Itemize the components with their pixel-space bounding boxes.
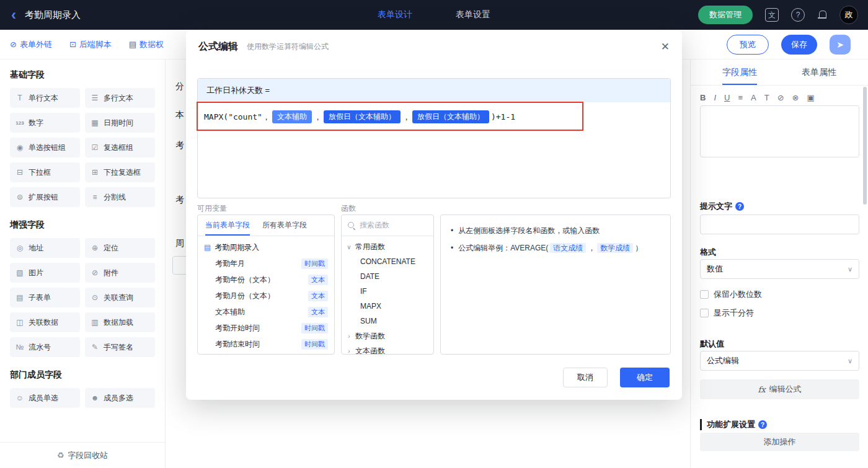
underline-icon[interactable]: U: [724, 93, 730, 102]
function-item[interactable]: MAPX: [347, 299, 428, 314]
share-button[interactable]: ➤: [830, 35, 851, 55]
edit-formula-button[interactable]: fx 编辑公式: [700, 379, 859, 399]
select-value: 公式编辑: [707, 355, 739, 366]
function-group-math[interactable]: › 数学函数: [347, 329, 428, 343]
function-search[interactable]: 搜索函数: [342, 215, 433, 236]
field-type-button[interactable]: ◎地址: [10, 238, 80, 258]
link-label: 表单外链: [20, 39, 52, 50]
toolbar-links: ⊘ 表单外链 ⊡ 后端脚本 ▤ 数据权: [10, 39, 164, 50]
field-type-button[interactable]: ⊘附件: [85, 263, 155, 283]
field-type-button[interactable]: ☑复选框组: [85, 138, 155, 157]
field-type-button[interactable]: ⊟下拉框: [10, 162, 80, 182]
confirm-button[interactable]: 确定: [620, 368, 670, 387]
field-type-button[interactable]: 123数字: [10, 113, 80, 133]
panel-scrollbar[interactable]: [863, 87, 867, 205]
field-type-button[interactable]: ⊜扩展按钮: [10, 187, 80, 207]
field-type-button[interactable]: ⊙关联查询: [85, 288, 155, 307]
function-item[interactable]: CONCATENATE: [347, 254, 428, 269]
variable-item[interactable]: 考勤月份（文本）文本: [204, 288, 328, 304]
field-type-button[interactable]: ◉单选按钮组: [10, 138, 80, 157]
function-group-common[interactable]: ∨ 常用函数: [347, 239, 428, 254]
variable-item[interactable]: 考勤结束时间时间戳: [204, 336, 328, 352]
topbar-tabs: 表单设计 表单设置: [378, 0, 490, 30]
field-type-button[interactable]: ▧图片: [10, 263, 80, 283]
variable-label: 考勤年份（文本）: [215, 275, 275, 285]
default-value-select[interactable]: 公式编辑 ∨: [700, 351, 859, 371]
variable-label: 考勤开始时间: [215, 323, 260, 333]
variables-tabs: 当前表单字段 所有表单字段: [198, 215, 334, 236]
help-circle-icon[interactable]: ?: [758, 420, 767, 429]
field-type-button[interactable]: ◫关联数据: [10, 312, 80, 332]
insert-image-icon[interactable]: ▣: [807, 93, 814, 102]
font-size-icon[interactable]: T: [764, 93, 769, 102]
type-badge: 时间戳: [301, 323, 328, 333]
hint-text-input[interactable]: [700, 214, 859, 234]
field-type-button[interactable]: T单行文本: [10, 88, 80, 108]
variable-item[interactable]: 考勤年份（文本）文本: [204, 272, 328, 288]
field-type-button[interactable]: ☺成员单选: [10, 388, 80, 408]
field-type-button[interactable]: ☻成员多选: [85, 388, 155, 408]
backend-script-link[interactable]: ⊡ 后端脚本: [69, 39, 112, 50]
field-type-button[interactable]: ⊞下拉复选框: [85, 162, 155, 182]
form-root-node[interactable]: ▤ 考勤周期录入: [204, 239, 328, 255]
tab-form-settings[interactable]: 表单设置: [456, 9, 490, 20]
variable-item[interactable]: 文本辅助文本: [204, 304, 328, 320]
back-icon[interactable]: ‹: [11, 7, 16, 22]
checkbox-icon: [700, 309, 709, 317]
field-type-button[interactable]: ▤子表单: [10, 288, 80, 307]
form-external-link[interactable]: ⊘ 表单外链: [10, 39, 52, 50]
unlink-icon[interactable]: ⊗: [792, 93, 799, 102]
variable-item[interactable]: 考勤开始时间时间戳: [204, 320, 328, 336]
field-type-button[interactable]: ▥数据加载: [85, 312, 155, 332]
link-icon[interactable]: ⊘: [777, 93, 784, 102]
field-label: 地址: [29, 243, 43, 254]
field-type-button[interactable]: ≡分割线: [85, 187, 155, 207]
field-token[interactable]: 放假日（文本辅助）: [324, 110, 401, 123]
format-select[interactable]: 数值 ∨: [700, 259, 859, 279]
notification-bell-icon[interactable]: [817, 10, 827, 20]
field-recycle-bin[interactable]: ♻ 字段回收站: [0, 442, 165, 468]
add-action-button[interactable]: 添加操作: [700, 433, 859, 451]
variable-item[interactable]: 考勤年月时间戳: [204, 255, 328, 272]
font-color-icon[interactable]: A: [751, 93, 756, 102]
field-token[interactable]: 放假日（文本辅助）: [412, 110, 489, 123]
field-title-editor[interactable]: [700, 105, 859, 157]
help-circle-icon[interactable]: ?: [735, 202, 744, 211]
cancel-button[interactable]: 取消: [563, 368, 608, 387]
help-icon[interactable]: ?: [791, 8, 805, 22]
formula-input-area[interactable]: MAPX("count"， 文本辅助 ， 放假日（文本辅助） ， 放假日（文本辅…: [198, 102, 670, 131]
tab-form-design[interactable]: 表单设计: [378, 9, 412, 20]
function-item[interactable]: IF: [347, 284, 428, 299]
example-prefix: 公式编辑举例：AVERAGE(: [458, 244, 548, 252]
field-type-button[interactable]: №流水号: [10, 337, 80, 357]
functions-panel-label: 函数: [341, 203, 356, 214]
field-type-button[interactable]: ☰多行文本: [85, 88, 155, 108]
function-item[interactable]: SUM: [347, 314, 428, 329]
tab-form-properties[interactable]: 表单属性: [802, 60, 836, 85]
properties-panel: 字段属性 表单属性 B I U ≡ A T ⊘ ⊗ ▣ 提示文字 ? 格式 数值…: [690, 60, 868, 468]
field-token[interactable]: 文本辅助: [272, 110, 312, 123]
tab-field-properties[interactable]: 字段属性: [722, 60, 757, 85]
function-item[interactable]: DATE: [347, 269, 428, 284]
preview-button[interactable]: 预览: [727, 35, 769, 55]
close-icon[interactable]: ✕: [661, 40, 670, 53]
field-type-button[interactable]: ✎手写签名: [85, 337, 155, 357]
align-icon[interactable]: ≡: [738, 93, 743, 102]
related-data-icon: ◫: [15, 318, 25, 327]
bold-icon[interactable]: B: [700, 93, 706, 102]
data-management-button[interactable]: 数据管理: [698, 6, 753, 24]
avatar[interactable]: 政: [839, 6, 858, 24]
signature-icon: ✎: [90, 343, 100, 351]
data-permission-link[interactable]: ▤ 数据权: [129, 39, 164, 50]
tab-current-form-fields[interactable]: 当前表单字段: [205, 215, 250, 236]
save-button[interactable]: 保存: [781, 35, 817, 55]
section-title-members: 部门成员字段: [10, 369, 155, 381]
italic-icon[interactable]: I: [714, 93, 716, 102]
keep-decimals-checkbox[interactable]: 保留小数位数: [700, 289, 859, 300]
field-type-button[interactable]: ⊕定位: [85, 238, 155, 258]
function-group-text[interactable]: › 文本函数: [347, 343, 428, 355]
tab-all-form-fields[interactable]: 所有表单字段: [262, 215, 307, 236]
field-type-button[interactable]: ▦日期时间: [85, 113, 155, 133]
translate-icon[interactable]: 文: [765, 8, 779, 22]
thousand-separator-checkbox[interactable]: 显示千分符: [700, 307, 859, 319]
